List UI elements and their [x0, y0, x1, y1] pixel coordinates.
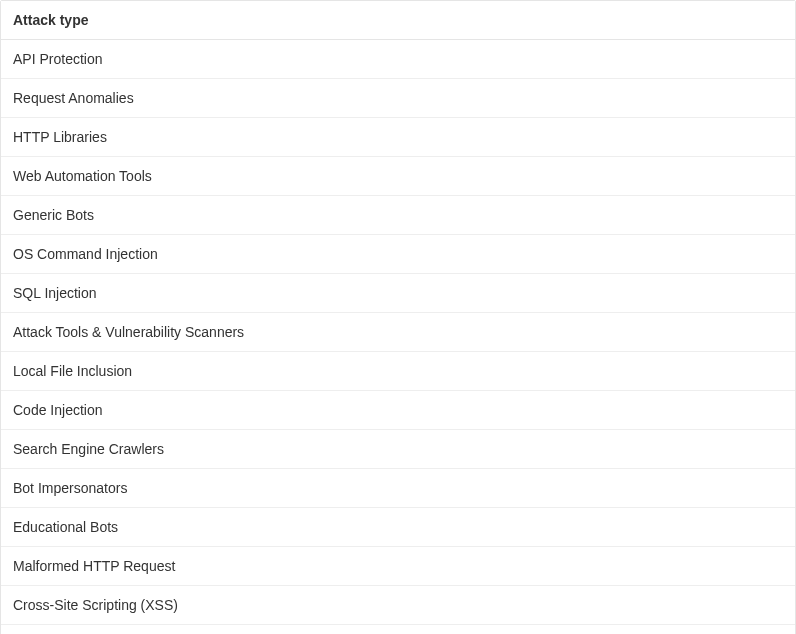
table-row[interactable]: HTTP Libraries	[1, 118, 795, 157]
table-header: Attack type	[1, 1, 795, 40]
row-label: Bot Impersonators	[13, 480, 127, 496]
row-label: Search Engine Crawlers	[13, 441, 164, 457]
table-row[interactable]: Web Automation Tools	[1, 157, 795, 196]
row-label: OS Command Injection	[13, 246, 158, 262]
row-label: Web Automation Tools	[13, 168, 152, 184]
table-row[interactable]: Search Engine Crawlers	[1, 430, 795, 469]
table-row[interactable]: Local File Inclusion	[1, 352, 795, 391]
table-row[interactable]: Bot Impersonators	[1, 469, 795, 508]
header-label: Attack type	[13, 12, 88, 28]
table-row[interactable]: Cross-Site Scripting (XSS)	[1, 586, 795, 625]
table-row[interactable]: Malformed HTTP Request	[1, 547, 795, 586]
row-label: Educational Bots	[13, 519, 118, 535]
row-label: Cross-Site Scripting (XSS)	[13, 597, 178, 613]
row-label: Local File Inclusion	[13, 363, 132, 379]
row-label: HTTP Libraries	[13, 129, 107, 145]
row-label: Generic Bots	[13, 207, 94, 223]
table-row[interactable]: Request Anomalies	[1, 79, 795, 118]
row-label: SQL Injection	[13, 285, 97, 301]
attack-type-table: Attack type API Protection Request Anoma…	[0, 0, 796, 634]
row-label: API Protection	[13, 51, 103, 67]
row-label: Attack Tools & Vulnerability Scanners	[13, 324, 244, 340]
table-row[interactable]: Educational Bots	[1, 508, 795, 547]
table-row[interactable]: API Protection	[1, 40, 795, 79]
table-row[interactable]: OS Command Injection	[1, 235, 795, 274]
table-row[interactable]: Attack Tools & Vulnerability Scanners	[1, 313, 795, 352]
row-label: Code Injection	[13, 402, 103, 418]
row-label: Malformed HTTP Request	[13, 558, 175, 574]
row-label: Request Anomalies	[13, 90, 134, 106]
table-row[interactable]: News Bots	[1, 625, 795, 634]
table-row[interactable]: SQL Injection	[1, 274, 795, 313]
table-row[interactable]: Generic Bots	[1, 196, 795, 235]
table-row[interactable]: Code Injection	[1, 391, 795, 430]
